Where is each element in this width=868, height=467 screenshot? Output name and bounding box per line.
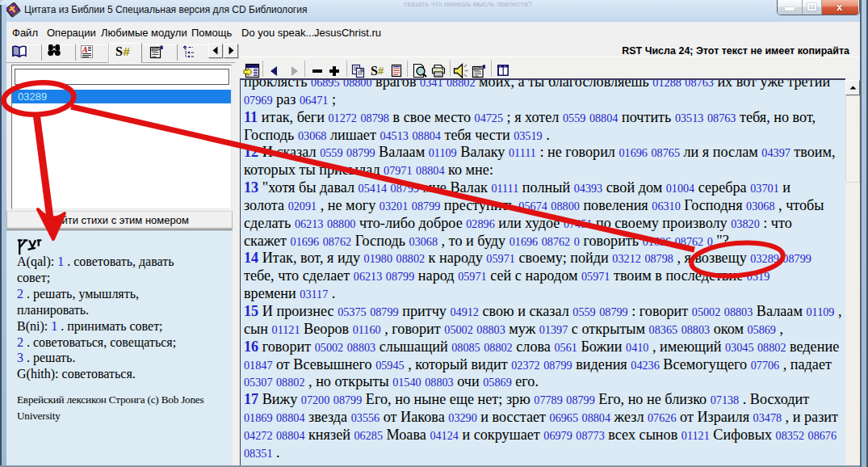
svg-text:#: #	[378, 65, 384, 77]
svg-text:S: S	[115, 44, 123, 58]
svg-text:S: S	[371, 64, 378, 78]
svg-text:A: A	[82, 45, 88, 54]
svg-text:#: #	[124, 44, 131, 58]
